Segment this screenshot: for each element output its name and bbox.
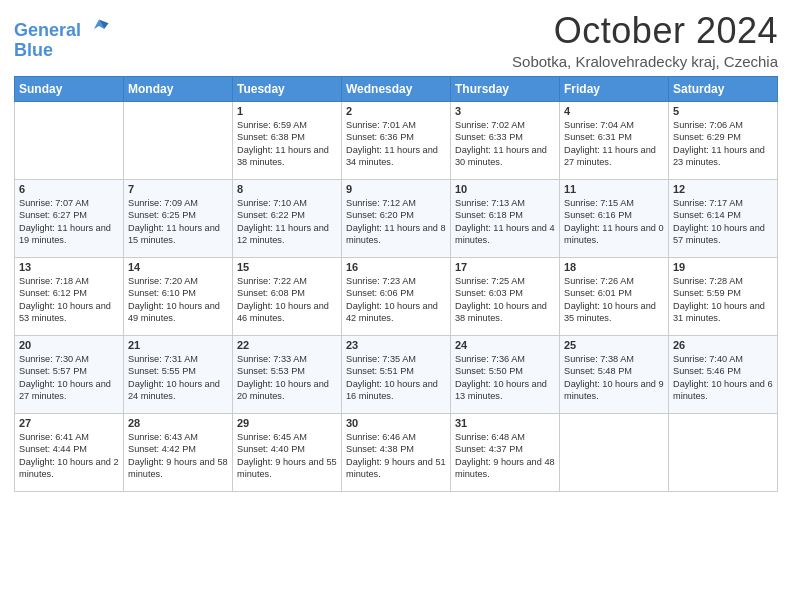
calendar-cell: 23Sunrise: 7:35 AMSunset: 5:51 PMDayligh…	[342, 336, 451, 414]
calendar-cell: 29Sunrise: 6:45 AMSunset: 4:40 PMDayligh…	[233, 414, 342, 492]
day-number: 10	[455, 183, 555, 195]
cell-daylight-info: Sunrise: 7:28 AMSunset: 5:59 PMDaylight:…	[673, 275, 773, 325]
calendar-cell	[15, 102, 124, 180]
day-number: 21	[128, 339, 228, 351]
day-number: 12	[673, 183, 773, 195]
day-number: 16	[346, 261, 446, 273]
calendar-cell: 17Sunrise: 7:25 AMSunset: 6:03 PMDayligh…	[451, 258, 560, 336]
cell-daylight-info: Sunrise: 7:22 AMSunset: 6:08 PMDaylight:…	[237, 275, 337, 325]
day-number: 17	[455, 261, 555, 273]
location-subtitle: Sobotka, Kralovehradecky kraj, Czechia	[512, 53, 778, 70]
day-number: 20	[19, 339, 119, 351]
cell-daylight-info: Sunrise: 7:26 AMSunset: 6:01 PMDaylight:…	[564, 275, 664, 325]
calendar-cell: 15Sunrise: 7:22 AMSunset: 6:08 PMDayligh…	[233, 258, 342, 336]
day-number: 6	[19, 183, 119, 195]
logo-bird-icon	[88, 14, 110, 36]
calendar-cell: 6Sunrise: 7:07 AMSunset: 6:27 PMDaylight…	[15, 180, 124, 258]
calendar-cell: 30Sunrise: 6:46 AMSunset: 4:38 PMDayligh…	[342, 414, 451, 492]
cell-daylight-info: Sunrise: 7:04 AMSunset: 6:31 PMDaylight:…	[564, 119, 664, 169]
calendar-cell: 19Sunrise: 7:28 AMSunset: 5:59 PMDayligh…	[669, 258, 778, 336]
weekday-header-row: SundayMondayTuesdayWednesdayThursdayFrid…	[15, 77, 778, 102]
cell-daylight-info: Sunrise: 6:45 AMSunset: 4:40 PMDaylight:…	[237, 431, 337, 481]
day-number: 11	[564, 183, 664, 195]
calendar-cell: 14Sunrise: 7:20 AMSunset: 6:10 PMDayligh…	[124, 258, 233, 336]
day-number: 4	[564, 105, 664, 117]
cell-daylight-info: Sunrise: 6:48 AMSunset: 4:37 PMDaylight:…	[455, 431, 555, 481]
weekday-header-sunday: Sunday	[15, 77, 124, 102]
cell-daylight-info: Sunrise: 7:07 AMSunset: 6:27 PMDaylight:…	[19, 197, 119, 247]
day-number: 30	[346, 417, 446, 429]
calendar-cell: 16Sunrise: 7:23 AMSunset: 6:06 PMDayligh…	[342, 258, 451, 336]
day-number: 14	[128, 261, 228, 273]
day-number: 2	[346, 105, 446, 117]
day-number: 3	[455, 105, 555, 117]
day-number: 9	[346, 183, 446, 195]
cell-daylight-info: Sunrise: 7:33 AMSunset: 5:53 PMDaylight:…	[237, 353, 337, 403]
cell-daylight-info: Sunrise: 6:59 AMSunset: 6:38 PMDaylight:…	[237, 119, 337, 169]
day-number: 29	[237, 417, 337, 429]
cell-daylight-info: Sunrise: 7:09 AMSunset: 6:25 PMDaylight:…	[128, 197, 228, 247]
calendar-cell: 28Sunrise: 6:43 AMSunset: 4:42 PMDayligh…	[124, 414, 233, 492]
calendar-cell: 20Sunrise: 7:30 AMSunset: 5:57 PMDayligh…	[15, 336, 124, 414]
calendar-cell: 8Sunrise: 7:10 AMSunset: 6:22 PMDaylight…	[233, 180, 342, 258]
cell-daylight-info: Sunrise: 7:12 AMSunset: 6:20 PMDaylight:…	[346, 197, 446, 247]
day-number: 28	[128, 417, 228, 429]
calendar-cell	[669, 414, 778, 492]
cell-daylight-info: Sunrise: 7:10 AMSunset: 6:22 PMDaylight:…	[237, 197, 337, 247]
cell-daylight-info: Sunrise: 7:31 AMSunset: 5:55 PMDaylight:…	[128, 353, 228, 403]
page: General Blue October 2024 Sobotka, Kralo…	[0, 0, 792, 612]
day-number: 1	[237, 105, 337, 117]
logo-general: General	[14, 20, 81, 40]
calendar-cell: 12Sunrise: 7:17 AMSunset: 6:14 PMDayligh…	[669, 180, 778, 258]
calendar-cell: 31Sunrise: 6:48 AMSunset: 4:37 PMDayligh…	[451, 414, 560, 492]
day-number: 24	[455, 339, 555, 351]
day-number: 8	[237, 183, 337, 195]
day-number: 13	[19, 261, 119, 273]
calendar-cell: 11Sunrise: 7:15 AMSunset: 6:16 PMDayligh…	[560, 180, 669, 258]
cell-daylight-info: Sunrise: 7:36 AMSunset: 5:50 PMDaylight:…	[455, 353, 555, 403]
day-number: 5	[673, 105, 773, 117]
day-number: 18	[564, 261, 664, 273]
day-number: 31	[455, 417, 555, 429]
calendar-cell: 2Sunrise: 7:01 AMSunset: 6:36 PMDaylight…	[342, 102, 451, 180]
cell-daylight-info: Sunrise: 7:25 AMSunset: 6:03 PMDaylight:…	[455, 275, 555, 325]
cell-daylight-info: Sunrise: 7:20 AMSunset: 6:10 PMDaylight:…	[128, 275, 228, 325]
calendar-cell: 3Sunrise: 7:02 AMSunset: 6:33 PMDaylight…	[451, 102, 560, 180]
weekday-header-thursday: Thursday	[451, 77, 560, 102]
calendar-cell: 24Sunrise: 7:36 AMSunset: 5:50 PMDayligh…	[451, 336, 560, 414]
calendar-week-2: 6Sunrise: 7:07 AMSunset: 6:27 PMDaylight…	[15, 180, 778, 258]
calendar-cell: 1Sunrise: 6:59 AMSunset: 6:38 PMDaylight…	[233, 102, 342, 180]
calendar-week-1: 1Sunrise: 6:59 AMSunset: 6:38 PMDaylight…	[15, 102, 778, 180]
calendar-cell: 7Sunrise: 7:09 AMSunset: 6:25 PMDaylight…	[124, 180, 233, 258]
day-number: 27	[19, 417, 119, 429]
cell-daylight-info: Sunrise: 7:23 AMSunset: 6:06 PMDaylight:…	[346, 275, 446, 325]
cell-daylight-info: Sunrise: 6:46 AMSunset: 4:38 PMDaylight:…	[346, 431, 446, 481]
day-number: 7	[128, 183, 228, 195]
cell-daylight-info: Sunrise: 6:41 AMSunset: 4:44 PMDaylight:…	[19, 431, 119, 481]
cell-daylight-info: Sunrise: 7:13 AMSunset: 6:18 PMDaylight:…	[455, 197, 555, 247]
cell-daylight-info: Sunrise: 7:02 AMSunset: 6:33 PMDaylight:…	[455, 119, 555, 169]
calendar-week-4: 20Sunrise: 7:30 AMSunset: 5:57 PMDayligh…	[15, 336, 778, 414]
weekday-header-friday: Friday	[560, 77, 669, 102]
cell-daylight-info: Sunrise: 7:01 AMSunset: 6:36 PMDaylight:…	[346, 119, 446, 169]
header: General Blue October 2024 Sobotka, Kralo…	[14, 10, 778, 70]
cell-daylight-info: Sunrise: 6:43 AMSunset: 4:42 PMDaylight:…	[128, 431, 228, 481]
cell-daylight-info: Sunrise: 7:35 AMSunset: 5:51 PMDaylight:…	[346, 353, 446, 403]
cell-daylight-info: Sunrise: 7:40 AMSunset: 5:46 PMDaylight:…	[673, 353, 773, 403]
day-number: 19	[673, 261, 773, 273]
day-number: 23	[346, 339, 446, 351]
cell-daylight-info: Sunrise: 7:38 AMSunset: 5:48 PMDaylight:…	[564, 353, 664, 403]
calendar-cell	[560, 414, 669, 492]
calendar-week-3: 13Sunrise: 7:18 AMSunset: 6:12 PMDayligh…	[15, 258, 778, 336]
calendar-table: SundayMondayTuesdayWednesdayThursdayFrid…	[14, 76, 778, 492]
calendar-cell: 22Sunrise: 7:33 AMSunset: 5:53 PMDayligh…	[233, 336, 342, 414]
calendar-cell: 10Sunrise: 7:13 AMSunset: 6:18 PMDayligh…	[451, 180, 560, 258]
calendar-cell: 5Sunrise: 7:06 AMSunset: 6:29 PMDaylight…	[669, 102, 778, 180]
weekday-header-monday: Monday	[124, 77, 233, 102]
calendar-cell: 26Sunrise: 7:40 AMSunset: 5:46 PMDayligh…	[669, 336, 778, 414]
logo: General Blue	[14, 14, 110, 61]
calendar-cell: 25Sunrise: 7:38 AMSunset: 5:48 PMDayligh…	[560, 336, 669, 414]
cell-daylight-info: Sunrise: 7:06 AMSunset: 6:29 PMDaylight:…	[673, 119, 773, 169]
logo-blue: Blue	[14, 41, 110, 61]
weekday-header-wednesday: Wednesday	[342, 77, 451, 102]
